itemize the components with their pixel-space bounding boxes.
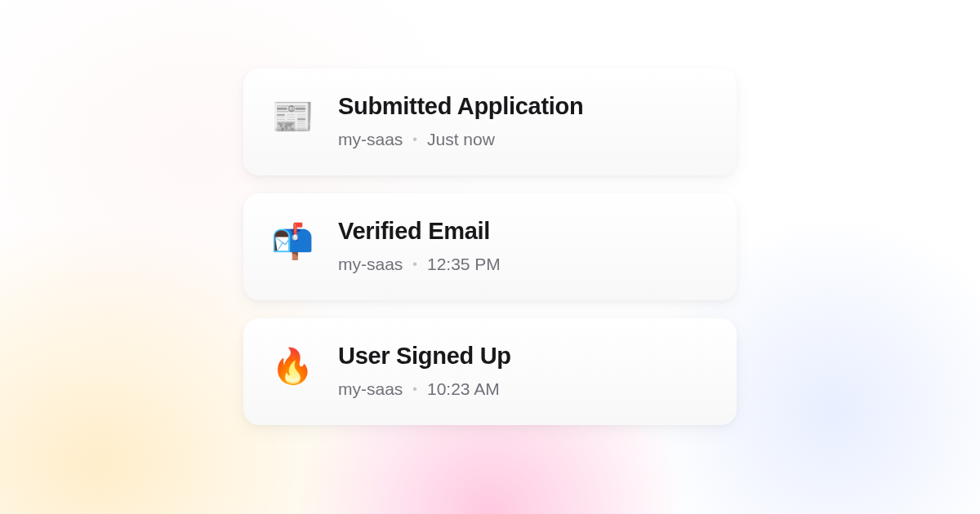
notification-feed: 📰 Submitted Application my-saas • Just n… (243, 69, 737, 425)
notification-card[interactable]: 🔥 User Signed Up my-saas • 10:23 AM (243, 318, 737, 425)
fire-icon: 🔥 (273, 349, 312, 383)
notification-source: my-saas (338, 379, 403, 399)
notification-title: User Signed Up (338, 343, 707, 370)
mailbox-icon: 📬 (273, 224, 312, 259)
notification-meta: my-saas • 10:23 AM (338, 379, 707, 399)
notification-card[interactable]: 📬 Verified Email my-saas • 12:35 PM (243, 193, 737, 300)
notification-source: my-saas (338, 130, 403, 149)
notification-time: 12:35 PM (427, 255, 501, 274)
notification-source: my-saas (338, 255, 403, 274)
meta-separator: • (412, 257, 417, 272)
notification-time: Just now (427, 130, 495, 149)
notification-meta: my-saas • Just now (338, 130, 707, 149)
notification-time: 10:23 AM (427, 379, 500, 399)
card-body: Verified Email my-saas • 12:35 PM (338, 218, 707, 274)
card-body: User Signed Up my-saas • 10:23 AM (338, 343, 707, 399)
notification-card[interactable]: 📰 Submitted Application my-saas • Just n… (243, 69, 737, 175)
card-body: Submitted Application my-saas • Just now (338, 93, 707, 149)
notification-meta: my-saas • 12:35 PM (338, 255, 707, 274)
meta-separator: • (412, 382, 417, 397)
notification-title: Submitted Application (338, 93, 707, 120)
meta-separator: • (412, 132, 417, 147)
notification-title: Verified Email (338, 218, 707, 245)
newspaper-icon: 📰 (273, 100, 312, 134)
